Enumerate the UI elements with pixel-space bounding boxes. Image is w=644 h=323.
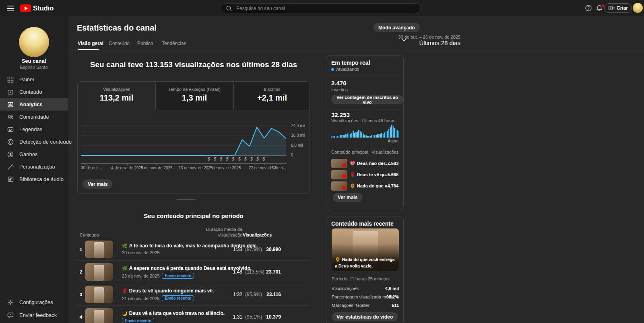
monetization-dollar-icon: $ [238, 156, 241, 161]
advanced-mode-button[interactable]: Modo avançado [374, 23, 420, 32]
latest-period: Período: 11 horas 25 minutos [332, 276, 390, 281]
sidebar-item-analytics[interactable]: Analytics [0, 98, 68, 111]
tab-visao-geral[interactable]: Visão geral [78, 41, 103, 46]
realtime-bar [391, 125, 392, 138]
realtime-bar [398, 131, 400, 138]
realtime-views: 32.253 [331, 111, 350, 118]
video-thumbnail [331, 159, 347, 168]
sidebar-item-label: Analytics [19, 101, 43, 107]
sidebar-item-ganhos[interactable]: Ganhos [0, 148, 68, 160]
realtime-bar [390, 127, 391, 138]
realtime-bar [358, 130, 359, 138]
latest-video-thumbnail[interactable]: 🌻Nada do que você entrega a Deus volta v… [332, 228, 399, 271]
views-count: 30.990 [257, 247, 281, 252]
realtime-bar [388, 129, 390, 138]
realtime-bar [350, 134, 351, 138]
channel-avatar[interactable] [19, 27, 49, 57]
youtube-logo-icon[interactable] [20, 4, 31, 12]
realtime-title: Em tempo real [331, 60, 370, 66]
sidebar-item-deteccao[interactable]: Detecção de conteúdo [0, 136, 68, 148]
studio-brand[interactable]: Studio [33, 4, 54, 12]
realtime-bar [355, 132, 357, 138]
video-title[interactable]: 🌹Deus te vê quando ninguém mais vê. [122, 288, 214, 294]
sidebar-item-configuracoes[interactable]: Configurações [0, 296, 68, 309]
sidebar-item-comunidade[interactable]: Comunidade [0, 111, 68, 123]
latest-stat-row: Visualizações4,8 mil [332, 286, 399, 291]
tab-publico[interactable]: Público [137, 41, 153, 46]
realtime-bar [387, 131, 388, 138]
live-dot-icon [331, 68, 334, 71]
realtime-see-more-button[interactable]: Ver mais [333, 193, 362, 202]
realtime-bar [376, 135, 377, 138]
realtime-card: Em tempo real Atualizando 2.470 Inscrito… [326, 55, 404, 210]
sidebar-item-feedback[interactable]: Enviar feedback [0, 309, 68, 321]
sidebar-item-personalizacao[interactable]: Personalização [0, 160, 68, 173]
video-thumbnail[interactable] [85, 241, 113, 258]
overview-headline: Seu canal teve 113.153 visualizações nos… [77, 60, 310, 69]
dashboard-icon [7, 76, 14, 83]
latest-content-title: Conteúdo mais recente [331, 220, 394, 227]
realtime-list-item[interactable]: 💖Deus não despreza o ... 7.583 [326, 159, 403, 169]
avg-duration: 1:31 [214, 314, 242, 320]
realtime-bar [373, 135, 374, 138]
sidebar-item-label: Enviar feedback [19, 312, 57, 318]
overview-see-more-button[interactable]: Ver mais [83, 179, 112, 189]
video-date: Envio recente [122, 318, 154, 323]
account-avatar[interactable] [633, 3, 643, 13]
video-analytics-button[interactable]: Ver estatísticas do vídeo [332, 312, 398, 321]
realtime-bar [367, 136, 368, 138]
period-selector[interactable]: Últimos 28 dias [419, 39, 460, 46]
realtime-bar [364, 135, 365, 138]
shorts-icon [342, 163, 346, 167]
metric-tab-inscritos[interactable]: Inscritos +2,1 mil [233, 82, 310, 110]
video-thumbnail[interactable] [85, 308, 113, 323]
table-row[interactable]: 2 🌿A espera nunca é perda quando Deus es… [77, 261, 310, 283]
metric-tab-visualizacoes[interactable]: Visualizações 113,2 mil [78, 82, 155, 110]
help-icon[interactable] [585, 4, 592, 12]
recent-upload-badge: Envio recente [162, 295, 194, 301]
column-header-duration2: visualização [201, 232, 242, 237]
live-subscriber-count-button[interactable]: Ver contagem de inscritos ao vivo [331, 95, 403, 104]
search-input[interactable] [236, 6, 405, 11]
realtime-bar [341, 135, 343, 138]
monetization-dollar-icon: $ [244, 156, 247, 161]
row-rank: 4 [78, 315, 84, 319]
realtime-bar [354, 133, 355, 138]
sidebar-item-painel[interactable]: Painel [0, 73, 68, 86]
gear-icon [7, 299, 14, 306]
metric-tab-tempo-exibicao[interactable]: Tempo de exibição (horas) 1,3 mil [155, 82, 233, 110]
feedback-icon [7, 312, 14, 319]
realtime-bar [363, 134, 364, 138]
table-row[interactable]: 1 🌿A fé não te livra do vale, mas te aco… [77, 238, 310, 261]
views-count: 4.784 [387, 183, 398, 188]
video-thumbnail[interactable] [85, 263, 113, 281]
realtime-bar [393, 126, 394, 138]
video-title[interactable]: 🌙Deus vê a luta que você trava no silênc… [122, 311, 225, 316]
create-button[interactable]: Criar [604, 3, 632, 13]
chevron-down-icon[interactable] [401, 37, 407, 43]
sidebar-item-label: Painel [19, 76, 34, 82]
table-row[interactable]: 3 🌹Deus te vê quando ninguém mais vê. 21… [77, 283, 310, 306]
channel-search[interactable] [221, 3, 421, 13]
sidebar-item-legendas[interactable]: Legendas [0, 123, 68, 136]
views-line-chart [81, 122, 286, 160]
table-row[interactable]: 4 🌙Deus vê a luta que você trava no silê… [77, 306, 310, 323]
sidebar-item-biblioteca[interactable]: Biblioteca de áudio [0, 173, 68, 185]
realtime-subscribers-label: Inscritos [331, 87, 348, 92]
monetization-dollar-icon: $ [256, 156, 259, 161]
realtime-bar [361, 132, 362, 138]
views-count: 10.379 [257, 314, 281, 320]
realtime-list-item[interactable]: 🌻Nada do que você en... 4.784 [326, 181, 403, 191]
shorts-icon [342, 175, 346, 178]
video-thumbnail[interactable] [85, 286, 113, 303]
tab-tendencias[interactable]: Tendências [162, 41, 186, 46]
monetization-dollar-icon: $ [208, 156, 210, 161]
realtime-bar [353, 131, 354, 138]
monetization-dollar-icon: $ [226, 156, 228, 161]
channel-name: Seu canal [0, 58, 68, 64]
realtime-bar [381, 133, 382, 138]
realtime-list-item[interactable]: 🌹Deus te vê quando ni... 5.668 [326, 170, 403, 180]
sidebar-item-conteudo[interactable]: Conteúdo [0, 86, 68, 98]
tab-conteudo[interactable]: Conteúdo [109, 41, 130, 46]
hamburger-menu-icon[interactable] [7, 6, 14, 13]
